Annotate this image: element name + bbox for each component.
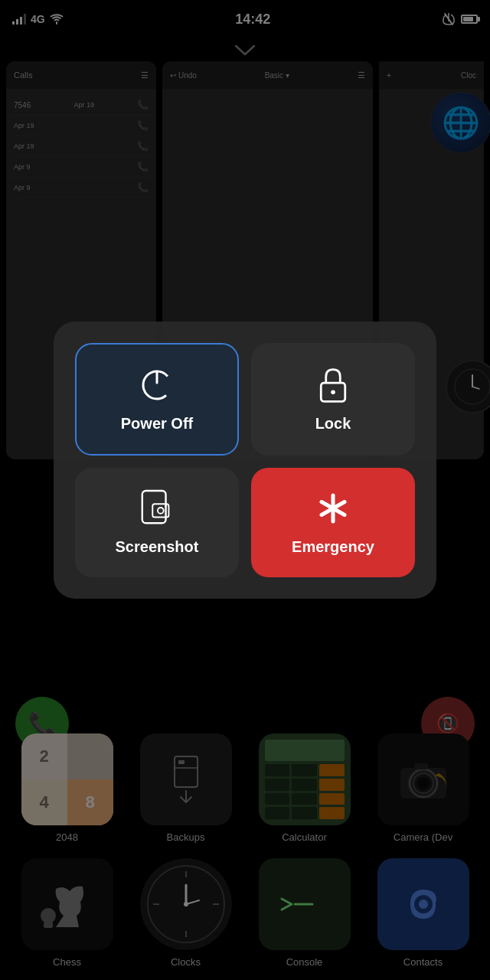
svg-point-10 [165,505,167,508]
power-menu: Power Off Lock Screenshot [54,322,436,599]
emergency-icon [314,489,352,528]
svg-point-6 [331,390,335,394]
power-off-button[interactable]: Power Off [75,343,239,456]
screenshot-button[interactable]: Screenshot [75,468,239,577]
svg-rect-7 [142,491,166,523]
power-menu-overlay[interactable]: Power Off Lock Screenshot [0,0,490,980]
screenshot-label: Screenshot [116,538,199,556]
power-off-label: Power Off [121,415,193,433]
screenshot-icon [139,489,175,528]
lock-label: Lock [315,415,351,433]
emergency-button[interactable]: Emergency [251,468,415,577]
power-off-icon [138,366,176,404]
lock-button[interactable]: Lock [251,343,415,456]
lock-icon [315,366,351,404]
svg-point-9 [158,508,164,514]
emergency-label: Emergency [292,538,374,556]
